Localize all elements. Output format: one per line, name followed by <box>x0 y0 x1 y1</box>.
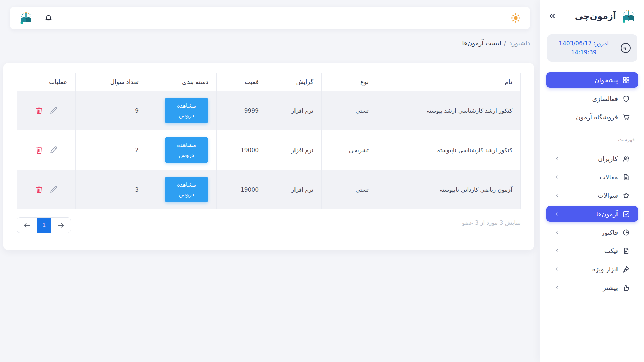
current-page-button[interactable]: 1 <box>37 218 51 233</box>
next-page-button[interactable] <box>51 218 71 233</box>
exams-list-card: نام نوع گرایش قمیت دسته بندی تعداد سوال … <box>3 63 534 250</box>
edit-button[interactable] <box>49 185 58 194</box>
chevron-left-icon <box>554 174 560 180</box>
table-row: آزمون ریاضی کاردانی ناپیوسته تستی نرم اف… <box>17 170 521 209</box>
exam-price: 19000 <box>217 130 267 170</box>
delete-button[interactable] <box>35 145 44 155</box>
table-header-row: نام نوع گرایش قمیت دسته بندی تعداد سوال … <box>17 73 521 91</box>
exam-question-count: 9 <box>76 91 147 130</box>
exam-actions-cell <box>17 170 76 209</box>
ticket-icon <box>622 247 630 255</box>
chevron-left-icon <box>554 156 560 161</box>
exam-type: تستی <box>322 170 377 209</box>
exam-category-cell: مشاهده دروس <box>147 91 217 130</box>
exam-question-count: 2 <box>76 130 147 170</box>
users-icon <box>622 155 630 163</box>
theme-toggle-button[interactable] <box>510 12 521 24</box>
arrow-right-icon <box>57 221 65 229</box>
sidebar-item-label: فاکتور <box>601 229 618 236</box>
pagination: 1 <box>17 217 71 233</box>
pencil-icon <box>49 185 58 194</box>
delete-button[interactable] <box>35 185 44 194</box>
trash-icon <box>35 185 44 194</box>
exam-actions-cell <box>17 130 76 170</box>
sidebar-item-label: مقالات <box>600 173 618 181</box>
sidebar-item-label: بیشتر <box>603 284 618 291</box>
view-lessons-button[interactable]: مشاهده دروس <box>165 98 208 124</box>
breadcrumb-separator: / <box>504 39 506 47</box>
exam-major: نرم افزار <box>267 130 322 170</box>
today-date-card: امروز: 1403/06/17 14:19:39 <box>547 34 637 62</box>
star-icon <box>622 192 630 199</box>
exam-major: نرم افزار <box>267 170 322 209</box>
chevron-left-icon <box>554 193 560 198</box>
column-header-major: گرایش <box>267 73 322 91</box>
exams-table-wrapper: نام نوع گرایش قمیت دسته بندی تعداد سوال … <box>17 73 521 209</box>
edit-button[interactable] <box>49 145 58 155</box>
results-summary: نمایش 3 مورد از 3 عضو <box>462 219 521 226</box>
sidebar-item-users[interactable]: کاربران <box>546 151 638 166</box>
edit-button[interactable] <box>49 106 58 115</box>
sidebar-item-label: تیکت <box>604 247 618 254</box>
exams-table: نام نوع گرایش قمیت دسته بندی تعداد سوال … <box>17 73 521 209</box>
sidebar-item-more[interactable]: بیشتر <box>546 280 638 295</box>
view-lessons-button[interactable]: مشاهده دروس <box>165 177 208 203</box>
cart-icon <box>622 113 630 121</box>
menu-section-label: فهرست <box>550 137 635 143</box>
pencil-icon <box>49 145 58 155</box>
notifications-button[interactable] <box>44 13 53 23</box>
clock-icon <box>619 42 632 54</box>
column-header-actions: عملیات <box>17 73 76 91</box>
breadcrumb-dashboard-link[interactable]: داشبورد <box>509 39 530 47</box>
sidebar-item-ticket[interactable]: تیکت <box>546 243 638 258</box>
app-logo <box>621 8 637 24</box>
chevron-left-icon <box>554 248 560 253</box>
exam-price: 9999 <box>217 91 267 130</box>
sidebar-item-special-tools[interactable]: ابزار ویژه <box>546 261 638 277</box>
trash-icon <box>35 145 44 155</box>
exam-price: 19000 <box>217 170 267 209</box>
check-square-icon <box>622 210 630 218</box>
main-content: داشبورد/لیست آزمون‌ها نام نوع گرایش قمیت… <box>0 0 540 362</box>
sidebar-item-label: پیشخوان <box>595 76 618 84</box>
sidebar-item-invoice[interactable]: فاکتور <box>546 225 638 240</box>
exam-major: نرم افزار <box>267 91 322 130</box>
sidebar-item-label: ابزار ویژه <box>592 265 618 273</box>
sidebar-menu: پیشخوان فعالسازی فروشگاه آزمون فهرست کار… <box>546 72 638 295</box>
exam-type: تشریحی <box>322 130 377 170</box>
article-icon <box>622 173 630 181</box>
pen-tool-icon <box>622 265 630 273</box>
app-logo <box>19 11 34 25</box>
exam-name: کنکور ارشد کارشناسی ناپیوسته <box>377 130 521 170</box>
sidebar-item-exams[interactable]: آزمون‌ها <box>546 206 638 222</box>
previous-page-button[interactable] <box>17 218 37 233</box>
pie-chart-icon <box>622 229 630 236</box>
exam-name: کنکور ارشد کارشناسی ارشد پیوسته <box>377 91 521 130</box>
chevron-left-icon <box>554 211 560 217</box>
collapse-sidebar-button[interactable] <box>548 12 556 20</box>
exam-question-count: 3 <box>76 170 147 209</box>
sidebar-item-label: فعالسازی <box>592 95 618 102</box>
delete-button[interactable] <box>35 106 44 115</box>
sidebar-item-questions[interactable]: سوالات <box>546 188 638 203</box>
sidebar-item-label: آزمون‌ها <box>596 210 618 218</box>
sidebar-item-label: فروشگاه آزمون <box>576 113 618 121</box>
shield-icon <box>622 95 630 103</box>
breadcrumb: داشبورد/لیست آزمون‌ها <box>10 39 530 47</box>
thumbs-up-icon <box>622 284 630 292</box>
sidebar: آزمون‌چی امروز: 1403/06/17 14:19:39 پیشخ… <box>540 0 644 362</box>
pencil-icon <box>49 106 58 115</box>
double-chevron-left-icon <box>548 12 556 20</box>
view-lessons-button[interactable]: مشاهده دروس <box>165 137 208 163</box>
sidebar-item-dashboard[interactable]: پیشخوان <box>546 72 638 88</box>
app-title: آزمون‌چی <box>575 11 616 21</box>
today-date: امروز: 1403/06/17 <box>552 39 615 48</box>
exam-name: آزمون ریاضی کاردانی ناپیوسته <box>377 170 521 209</box>
sidebar-item-articles[interactable]: مقالات <box>546 169 638 185</box>
today-date-text: امروز: 1403/06/17 14:19:39 <box>552 39 615 57</box>
trash-icon <box>35 106 44 115</box>
sidebar-item-activation[interactable]: فعالسازی <box>546 91 638 106</box>
sidebar-item-exam-shop[interactable]: فروشگاه آزمون <box>546 109 638 125</box>
column-header-price: قمیت <box>217 73 267 91</box>
sun-icon <box>510 12 521 24</box>
